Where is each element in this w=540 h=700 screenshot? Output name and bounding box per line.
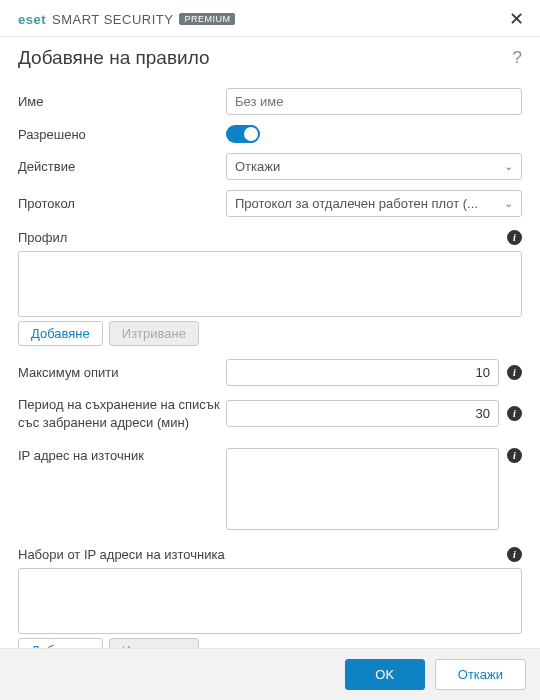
chevron-down-icon: ⌄ — [504, 197, 513, 210]
info-icon[interactable]: i — [507, 365, 522, 380]
form-content: Име Разрешено Действие Откажи ⌄ Протокол… — [0, 83, 540, 663]
label-source-ip: IP адрес на източник — [18, 448, 226, 463]
info-icon[interactable]: i — [507, 406, 522, 421]
label-block-period: Период на съхранение на списък със забра… — [18, 396, 226, 431]
header: Добавяне на правило ? — [0, 37, 540, 83]
row-name: Име — [18, 83, 522, 120]
profile-buttons: Добавяне Изтриване — [18, 321, 522, 346]
row-block-period: Период на съхранение на списък със забра… — [18, 391, 522, 436]
profile-listbox[interactable] — [18, 251, 522, 317]
row-enabled: Разрешено — [18, 120, 522, 148]
row-ip-sets-header: Набори от IP адреси на източника i — [18, 535, 522, 568]
max-attempts-input[interactable] — [226, 359, 499, 386]
info-icon[interactable]: i — [507, 230, 522, 245]
profile-delete-button: Изтриване — [109, 321, 199, 346]
profile-add-button[interactable]: Добавяне — [18, 321, 103, 346]
info-icon[interactable]: i — [507, 547, 522, 562]
protocol-select-value: Протокол за отдалечен работен плот (... — [235, 196, 478, 211]
label-profile: Профил — [18, 230, 226, 245]
ip-sets-listbox[interactable] — [18, 568, 522, 634]
label-action: Действие — [18, 159, 226, 174]
label-name: Име — [18, 94, 226, 109]
enabled-toggle[interactable] — [226, 125, 260, 143]
action-select-value: Откажи — [235, 159, 280, 174]
row-source-ip: IP адрес на източник i — [18, 436, 522, 535]
help-icon[interactable]: ? — [513, 48, 522, 68]
block-period-input[interactable] — [226, 400, 499, 427]
source-ip-textarea[interactable] — [226, 448, 499, 530]
row-max-attempts: Максимум опити i — [18, 354, 522, 391]
protocol-select[interactable]: Протокол за отдалечен работен плот (... … — [226, 190, 522, 217]
action-select[interactable]: Откажи ⌄ — [226, 153, 522, 180]
close-icon[interactable]: ✕ — [505, 8, 528, 30]
row-profile-header: Профил i — [18, 222, 522, 251]
cancel-button[interactable]: Откажи — [435, 659, 526, 690]
brand-product: SMART SECURITY — [52, 12, 173, 27]
label-protocol: Протокол — [18, 196, 226, 211]
ok-button[interactable]: OK — [345, 659, 425, 690]
name-input[interactable] — [226, 88, 522, 115]
label-enabled: Разрешено — [18, 127, 226, 142]
brand-eset: eset — [18, 12, 46, 27]
page-title: Добавяне на правило — [18, 47, 210, 69]
label-source-ip-sets: Набори от IP адреси на източника — [18, 547, 225, 562]
brand: eset SMART SECURITY PREMIUM — [18, 12, 235, 27]
info-icon[interactable]: i — [507, 448, 522, 463]
brand-badge: PREMIUM — [179, 13, 235, 25]
row-action: Действие Откажи ⌄ — [18, 148, 522, 185]
chevron-down-icon: ⌄ — [504, 160, 513, 173]
footer: OK Откажи — [0, 648, 540, 700]
titlebar: eset SMART SECURITY PREMIUM ✕ — [0, 0, 540, 37]
row-protocol: Протокол Протокол за отдалечен работен п… — [18, 185, 522, 222]
label-max-attempts: Максимум опити — [18, 365, 226, 380]
